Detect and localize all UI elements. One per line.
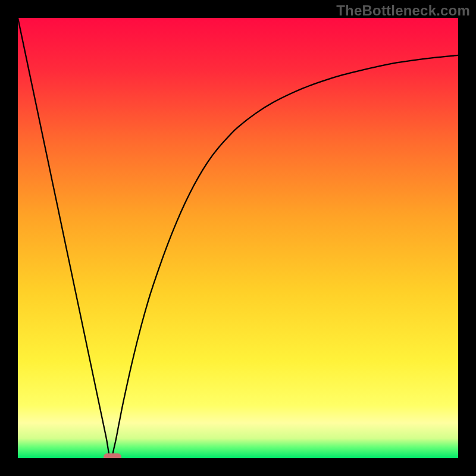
plot-area: [18, 18, 458, 458]
minimum-marker: [104, 453, 121, 458]
plot-svg: [18, 18, 458, 458]
watermark-text: TheBottleneck.com: [336, 2, 470, 19]
chart-frame: TheBottleneck.com: [0, 0, 476, 476]
gradient-background: [18, 18, 458, 458]
